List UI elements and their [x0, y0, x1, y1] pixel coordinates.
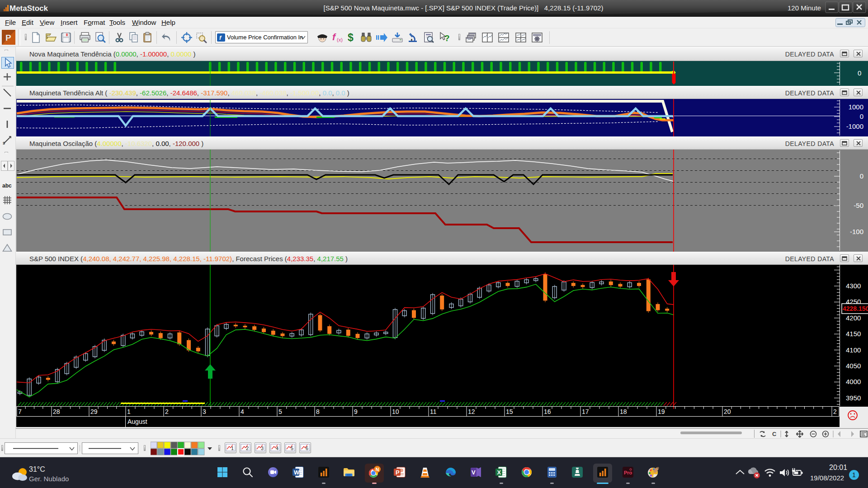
- svg-text:N: N: [376, 467, 379, 472]
- svg-text:4: 4: [241, 408, 244, 415]
- svg-text:4100: 4100: [846, 346, 861, 354]
- svg-text:-100: -100: [850, 228, 863, 235]
- svg-text:C: C: [772, 431, 777, 437]
- svg-text:1000: 1000: [849, 103, 863, 111]
- svg-text:5: 5: [278, 408, 282, 415]
- svg-text:4200: 4200: [846, 314, 861, 322]
- svg-text:12: 12: [468, 408, 475, 415]
- svg-text:29: 29: [90, 408, 98, 415]
- svg-text:2: 2: [165, 408, 169, 415]
- svg-text:-1000: -1000: [846, 122, 863, 130]
- svg-text:2: 2: [833, 408, 837, 415]
- svg-text:17: 17: [582, 408, 589, 415]
- svg-text:18: 18: [620, 408, 627, 415]
- svg-text:28: 28: [53, 408, 60, 415]
- svg-text:11: 11: [430, 408, 437, 415]
- svg-text:5: 5: [291, 446, 293, 451]
- svg-text:P: P: [396, 469, 400, 476]
- svg-text:4228.150: 4228.150: [843, 305, 868, 312]
- svg-text:19: 19: [658, 408, 665, 415]
- svg-text:1: 1: [127, 408, 131, 415]
- svg-text:3950: 3950: [846, 394, 861, 402]
- svg-text:6: 6: [306, 446, 308, 451]
- svg-text:3: 3: [203, 408, 206, 415]
- svg-text:16: 16: [544, 408, 551, 415]
- svg-text:4: 4: [276, 446, 278, 451]
- svg-text:10: 10: [392, 408, 399, 415]
- svg-text:4050: 4050: [846, 362, 861, 370]
- svg-text:X: X: [497, 469, 501, 476]
- svg-text:-50: -50: [854, 202, 863, 209]
- svg-text:0: 0: [858, 69, 861, 77]
- svg-text:20: 20: [724, 408, 731, 415]
- svg-text:4300: 4300: [846, 282, 861, 290]
- svg-text:15: 15: [506, 408, 513, 415]
- svg-text:7: 7: [18, 408, 22, 415]
- svg-text:2: 2: [246, 446, 249, 451]
- svg-text:W: W: [294, 469, 300, 476]
- svg-text:4000: 4000: [846, 378, 861, 385]
- svg-text:8: 8: [316, 408, 320, 415]
- svg-text:0: 0: [860, 172, 863, 180]
- svg-text:0: 0: [860, 113, 863, 120]
- svg-text:9: 9: [354, 408, 358, 415]
- svg-text:August: August: [127, 418, 147, 425]
- svg-text:3: 3: [261, 446, 264, 451]
- svg-text:V: V: [472, 469, 476, 476]
- svg-text:4150: 4150: [846, 330, 861, 338]
- svg-text:Pro: Pro: [624, 470, 632, 475]
- svg-text:1: 1: [231, 446, 234, 451]
